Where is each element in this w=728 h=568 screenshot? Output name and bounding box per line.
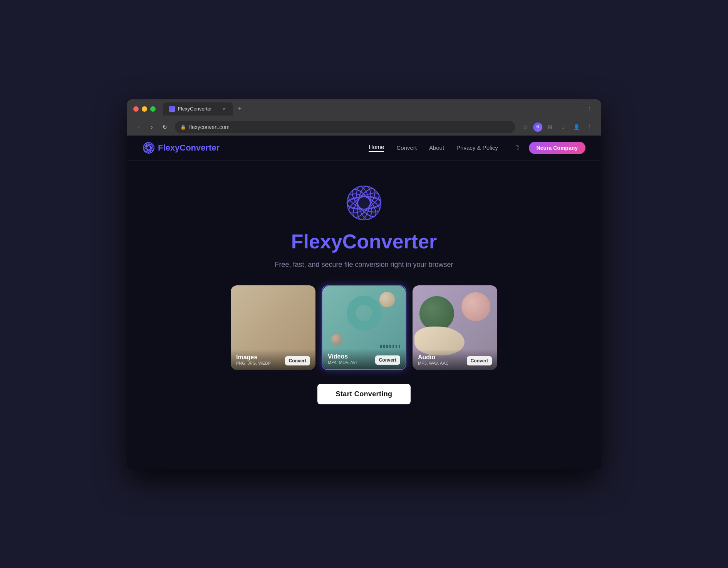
audio-card[interactable]: Audio MP3, WAV, AAC Convert [413,285,497,370]
hero-title-colored: Converter [342,230,437,253]
hero-title: FlexyConverter [291,230,437,253]
logo-icon [143,142,155,154]
videos-convert-button[interactable]: Convert [375,355,400,365]
browser-menu-button[interactable]: ⋮ [584,104,595,114]
videos-card-label: Videos MP4, MOV, AVI Convert [322,349,406,369]
images-card[interactable]: Images PNG, JPG, WEBP Convert [231,285,315,370]
browser-controls: ⋮ [584,104,595,114]
neura-company-button[interactable]: Neura Company [529,142,585,154]
nav-home[interactable]: Home [369,144,384,152]
extensions-button[interactable]: ⊞ [545,122,555,132]
videos-card-formats: MP4, MOV, AVI [328,360,357,365]
tab-bar: FlexyConverter ✕ + [163,102,369,116]
videos-card[interactable]: Videos MP4, MOV, AVI Convert [322,285,406,370]
logo-colored-part: Converter [179,143,220,152]
address-actions: ☆ N ⊞ ↓ 👤 ⋮ [520,122,595,132]
svg-point-6 [143,142,154,153]
images-card-text: Images PNG, JPG, WEBP [236,354,271,365]
tab-favicon [169,106,175,112]
tab-title: FlexyConverter [178,106,212,112]
forward-button[interactable]: › [146,122,157,132]
logo-white-part: Flexy [158,143,179,152]
conversion-cards: Images PNG, JPG, WEBP Convert [231,285,497,370]
url-bar[interactable]: 🔒 flexyconvert.com [175,121,515,133]
audio-card-name: Audio [418,354,449,361]
hero-subtitle: Free, fast, and secure file conversion r… [275,259,453,270]
lock-icon: 🔒 [180,124,186,130]
nav-buttons: ‹ › ↻ [133,122,170,132]
videos-shape-torus [347,296,381,330]
audio-shape-pink-sphere [461,292,490,321]
traffic-light-fullscreen[interactable] [150,106,156,112]
logo-text: FlexyConverter [158,143,220,153]
audio-shape-green-sphere [419,296,454,331]
audio-convert-button[interactable]: Convert [467,356,492,365]
nav-about[interactable]: About [429,144,444,151]
videos-shape-grid [380,345,400,348]
address-bar: ‹ › ↻ 🔒 flexyconvert.com ☆ N ⊞ ↓ 👤 ⋮ [127,119,601,136]
reload-button[interactable]: ↻ [159,122,170,132]
browser-titlebar: FlexyConverter ✕ + ⋮ [127,99,601,119]
download-button[interactable]: ↓ [558,122,569,132]
traffic-light-close[interactable] [133,106,139,112]
back-button[interactable]: ‹ [133,122,144,132]
images-card-formats: PNG, JPG, WEBP [236,361,271,365]
videos-card-name: Videos [328,353,357,360]
traffic-light-minimize[interactable] [142,106,147,112]
videos-card-text: Videos MP4, MOV, AVI [328,353,357,365]
images-card-label: Images PNG, JPG, WEBP Convert [231,349,315,370]
traffic-lights [133,106,156,112]
images-convert-button[interactable]: Convert [285,356,310,365]
audio-card-text: Audio MP3, WAV, AAC [418,354,449,365]
images-card-name: Images [236,354,271,361]
nav-convert[interactable]: Convert [396,144,417,151]
theme-toggle-button[interactable]: ☽ [510,142,523,154]
hero-section: FlexyConverter Free, fast, and secure fi… [127,161,601,420]
logo[interactable]: FlexyConverter [143,142,220,154]
more-button[interactable]: ⋮ [584,122,595,132]
hero-logo-icon [345,184,383,222]
audio-card-label: Audio MP3, WAV, AAC Convert [413,349,497,370]
hero-title-white: Flexy [291,230,342,253]
profile-avatar[interactable]: N [533,122,542,132]
nav-links: Home Convert About Privacy & Policy [369,144,498,152]
profile-button[interactable]: 👤 [571,122,582,132]
page-wrapper: FlexyConverter ✕ + ⋮ ‹ › ↻ 🔒 flexyconver… [0,0,728,568]
audio-card-formats: MP3, WAV, AAC [418,361,449,365]
browser-window: FlexyConverter ✕ + ⋮ ‹ › ↻ 🔒 flexyconver… [127,99,601,469]
site-navigation: FlexyConverter Home Convert About Privac… [127,136,601,161]
url-text: flexyconvert.com [189,124,230,130]
bookmark-button[interactable]: ☆ [520,122,531,132]
nav-privacy[interactable]: Privacy & Policy [456,144,498,151]
new-tab-button[interactable]: + [234,104,245,114]
tab-close-button[interactable]: ✕ [221,106,227,112]
website-content: FlexyConverter Home Convert About Privac… [127,136,601,469]
browser-tab-active[interactable]: FlexyConverter ✕ [163,102,233,116]
start-converting-button[interactable]: Start Converting [317,384,411,404]
